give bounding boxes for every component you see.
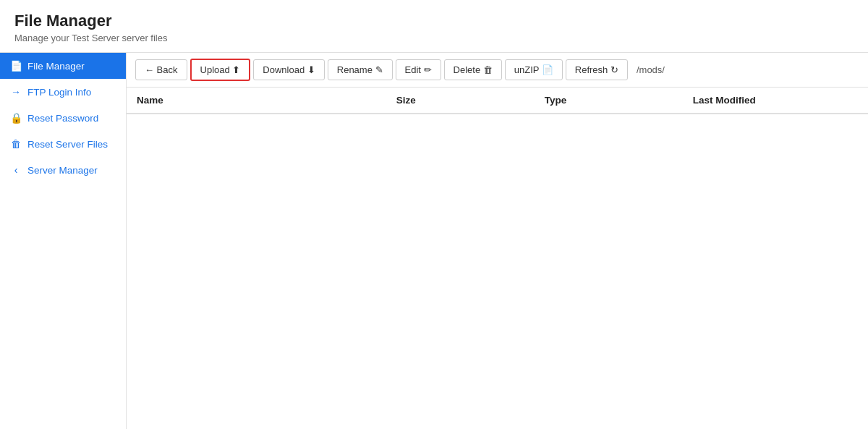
chevron-left-icon: ‹	[10, 164, 22, 176]
ftp-icon: →	[10, 86, 22, 98]
col-header-type: Type	[535, 88, 683, 114]
layout: 📄 File Manager → FTP Login Info 🔒 Reset …	[0, 53, 868, 429]
page-header: File Manager Manage your Test Server ser…	[0, 0, 868, 53]
toolbar: ← Back Upload ⬆ Download ⬇ Rename ✎ Edit…	[127, 53, 868, 88]
page-title: File Manager	[14, 12, 854, 30]
breadcrumb: /mods/	[637, 64, 665, 75]
sidebar-item-label: FTP Login Info	[27, 87, 91, 98]
sidebar-item-server-manager[interactable]: ‹ Server Manager	[0, 157, 126, 183]
file-manager-icon: 📄	[10, 60, 22, 72]
main-content: ← Back Upload ⬆ Download ⬇ Rename ✎ Edit…	[127, 53, 868, 429]
sidebar-item-label: Reset Password	[27, 113, 98, 124]
trash-icon: 🗑	[10, 138, 22, 150]
sidebar-item-label: Server Manager	[27, 165, 98, 176]
sidebar: 📄 File Manager → FTP Login Info 🔒 Reset …	[0, 53, 127, 429]
delete-button[interactable]: Delete 🗑	[444, 59, 502, 80]
edit-button[interactable]: Edit ✏	[396, 59, 441, 80]
sidebar-item-file-manager[interactable]: 📄 File Manager	[0, 53, 126, 79]
upload-button[interactable]: Upload ⬆	[190, 59, 251, 81]
sidebar-item-ftp-login[interactable]: → FTP Login Info	[0, 79, 126, 105]
download-button[interactable]: Download ⬇	[253, 59, 324, 80]
rename-button[interactable]: Rename ✎	[328, 59, 393, 80]
col-header-size: Size	[386, 88, 535, 114]
refresh-button[interactable]: Refresh ↻	[566, 59, 628, 80]
col-header-modified: Last Modified	[683, 88, 868, 114]
file-table: Name Size Type Last Modified	[127, 88, 868, 114]
sidebar-item-label: File Manager	[27, 61, 85, 72]
page-subtitle: Manage your Test Server server files	[14, 33, 854, 43]
lock-icon: 🔒	[10, 112, 22, 124]
sidebar-item-reset-password[interactable]: 🔒 Reset Password	[0, 105, 126, 131]
col-header-name: Name	[127, 88, 386, 114]
sidebar-item-reset-server-files[interactable]: 🗑 Reset Server Files	[0, 131, 126, 157]
sidebar-item-label: Reset Server Files	[27, 139, 108, 150]
back-button[interactable]: ← Back	[135, 59, 187, 80]
unzip-button[interactable]: unZIP 📄	[505, 59, 563, 80]
